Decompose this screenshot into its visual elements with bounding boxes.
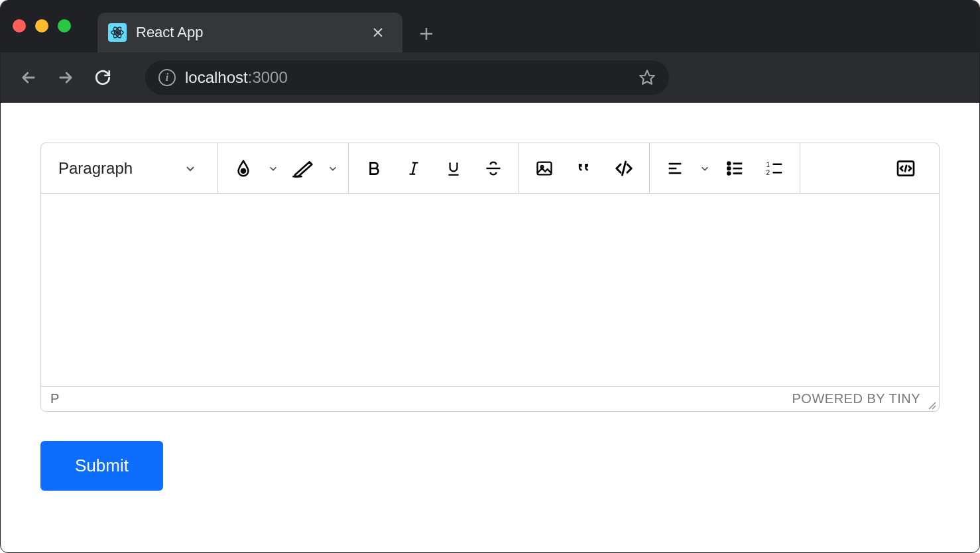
svg-point-17	[727, 162, 730, 164]
chevron-down-icon	[263, 164, 283, 173]
editor-resize-handle[interactable]	[927, 400, 936, 410]
new-tab-button[interactable]	[408, 15, 445, 52]
numbered-list-icon: 12	[765, 158, 784, 178]
source-code-icon	[895, 158, 916, 179]
svg-point-18	[727, 167, 730, 170]
editor-element-path[interactable]: P	[50, 391, 59, 406]
insert-image-button[interactable]	[524, 149, 564, 188]
browser-titlebar: React App	[1, 1, 979, 52]
window-maximize-button[interactable]	[58, 19, 71, 32]
reload-button[interactable]	[88, 63, 117, 92]
svg-marker-4	[640, 70, 654, 84]
svg-line-8	[412, 162, 415, 174]
svg-line-13	[623, 162, 626, 175]
strikethrough-icon	[484, 159, 503, 178]
toolbar-group-text	[349, 143, 519, 193]
rich-text-editor: Paragraph	[40, 143, 940, 412]
resize-icon	[927, 400, 936, 410]
tab-title: React App	[136, 24, 363, 41]
align-button[interactable]	[655, 149, 715, 188]
url-display: localhost:3000	[185, 68, 629, 87]
highlight-color-button[interactable]	[283, 149, 343, 188]
nav-forward-button[interactable]	[51, 63, 80, 92]
svg-text:1: 1	[766, 160, 770, 168]
nav-back-button[interactable]	[14, 63, 43, 92]
block-format-select[interactable]: Paragraph	[46, 159, 212, 178]
browser-tab[interactable]: React App	[97, 13, 402, 52]
image-icon	[535, 159, 554, 178]
editor-statusbar: P POWERED BY TINY	[41, 386, 939, 411]
window-close-button[interactable]	[13, 19, 26, 32]
arrow-left-icon	[19, 68, 38, 87]
browser-toolbar: i localhost:3000	[1, 52, 979, 103]
chevron-down-icon	[695, 164, 715, 173]
close-icon	[372, 27, 384, 38]
window-controls	[13, 19, 71, 32]
submit-button[interactable]: Submit	[40, 441, 163, 491]
underline-button[interactable]	[434, 149, 473, 188]
reload-icon	[94, 69, 111, 86]
italic-icon	[405, 160, 422, 177]
plus-icon	[418, 26, 434, 42]
svg-line-28	[905, 164, 907, 172]
svg-rect-11	[538, 162, 552, 174]
svg-point-5	[241, 168, 245, 172]
react-favicon-icon	[108, 23, 127, 42]
site-info-icon[interactable]: i	[158, 69, 176, 86]
editor-content-area[interactable]	[41, 194, 939, 386]
tab-close-button[interactable]	[372, 27, 388, 38]
star-icon	[639, 69, 656, 86]
address-bar[interactable]: i localhost:3000	[145, 60, 669, 95]
svg-text:2: 2	[766, 169, 770, 176]
bookmark-button[interactable]	[639, 69, 656, 86]
code-icon	[614, 158, 634, 178]
arrow-right-icon	[56, 68, 75, 87]
ink-drop-icon	[233, 158, 253, 178]
editor-toolbar: Paragraph	[41, 143, 939, 194]
svg-line-29	[929, 402, 936, 409]
toolbar-group-color	[218, 143, 349, 193]
chevron-down-icon	[180, 163, 200, 174]
window-minimize-button[interactable]	[35, 19, 48, 32]
url-host: localhost	[185, 68, 248, 86]
bold-button[interactable]	[354, 149, 394, 188]
highlighter-icon	[292, 158, 314, 178]
browser-chrome: React App i localhost:3000	[1, 1, 979, 103]
bold-icon	[365, 160, 383, 177]
svg-line-30	[932, 406, 936, 409]
editor-branding[interactable]: POWERED BY TINY	[792, 391, 920, 406]
svg-point-0	[116, 31, 119, 34]
toolbar-group-format: Paragraph	[41, 143, 218, 193]
strikethrough-button[interactable]	[473, 149, 513, 188]
toolbar-group-code	[873, 143, 939, 193]
underline-icon	[445, 160, 462, 177]
url-port: :3000	[248, 68, 288, 86]
chevron-down-icon	[323, 164, 343, 173]
italic-button[interactable]	[394, 149, 434, 188]
align-left-icon	[666, 159, 684, 178]
bullet-list-button[interactable]	[715, 149, 755, 188]
bullet-list-icon	[725, 158, 745, 178]
page-content: Paragraph	[1, 103, 979, 530]
quote-icon	[575, 159, 593, 178]
toolbar-group-paragraph: 12	[650, 143, 800, 193]
toolbar-group-insert	[519, 143, 650, 193]
numbered-list-button[interactable]: 12	[755, 149, 794, 188]
source-code-button[interactable]	[886, 149, 926, 188]
text-color-button[interactable]	[223, 149, 283, 188]
code-block-button[interactable]	[604, 149, 644, 188]
svg-point-19	[727, 172, 730, 174]
blockquote-button[interactable]	[564, 149, 604, 188]
block-format-label: Paragraph	[58, 159, 133, 178]
